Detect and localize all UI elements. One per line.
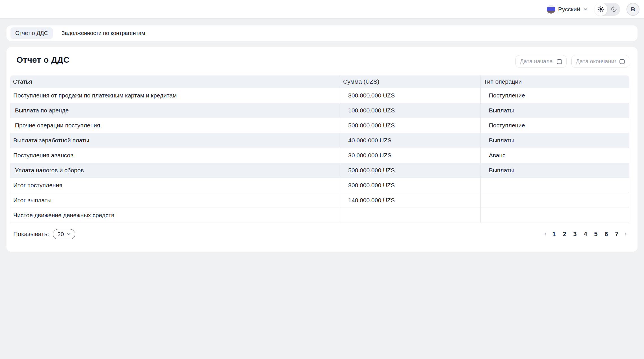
moon-icon — [611, 6, 617, 12]
table-row: Итог поступления800.000.000 UZS — [10, 178, 629, 193]
page-size-control: Показывать: 20 — [10, 229, 75, 239]
page-button-3[interactable]: 3 — [570, 229, 580, 239]
table-header: Статья Сумма (UZS) Тип операции — [10, 75, 629, 88]
sun-icon — [597, 6, 604, 13]
report-card: Отчет о ДДС — [6, 47, 638, 252]
theme-toggle — [594, 3, 620, 16]
table-row: Выплата заработной платы40.000.000 UZSВы… — [10, 133, 629, 148]
article-cell: Итог выплаты — [10, 193, 340, 208]
operation-type-cell: Выплаты — [481, 103, 629, 118]
amount-cell: 500.000.000 UZS — [340, 118, 481, 133]
avatar-initial: B — [631, 6, 635, 13]
next-page-button[interactable] — [622, 229, 629, 239]
date-filters — [515, 55, 629, 68]
end-date-field[interactable] — [576, 58, 616, 65]
operation-type-cell: Поступление — [481, 118, 629, 133]
tab-counterparty-debts[interactable]: Задолженности по контрагентам — [57, 27, 150, 39]
article-cell: Выплата по аренде — [10, 103, 340, 118]
operation-type-cell — [481, 178, 629, 193]
amount-cell: 140.000.000 UZS — [340, 193, 481, 208]
user-avatar[interactable]: B — [626, 3, 639, 16]
page-title: Отчет о ДДС — [16, 55, 70, 65]
operation-type-cell: Аванс — [481, 148, 629, 163]
column-header-operation-type: Тип операции — [481, 75, 629, 88]
table-row: Уплата налогов и сборов500.000.000 UZSВы… — [10, 163, 629, 178]
chevron-down-icon — [66, 232, 71, 236]
amount-cell: 500.000.000 UZS — [340, 163, 481, 178]
table-row: Поступления от продажи по платежным карт… — [10, 88, 629, 103]
operation-type-cell: Поступление — [481, 88, 629, 103]
column-header-amount: Сумма (UZS) — [340, 75, 481, 88]
page-size-select[interactable]: 20 — [53, 229, 75, 239]
language-flag-icon — [547, 5, 555, 14]
article-cell: Прочие операции поступления — [10, 118, 340, 133]
tab-cash-flow-report[interactable]: Отчет о ДДС — [10, 27, 53, 39]
amount-cell: 100.000.000 UZS — [340, 103, 481, 118]
pagination-pages: 1234567 — [549, 229, 622, 239]
amount-cell: 30.000.000 UZS — [340, 148, 481, 163]
amount-cell: 40.000.000 UZS — [340, 133, 481, 148]
table-row: Итог выплаты140.000.000 UZS — [10, 193, 629, 208]
pagination: 1234567 — [541, 229, 629, 239]
tab-bar: Отчет о ДДС Задолженности по контрагента… — [6, 25, 638, 41]
article-cell: Чистое движение денежных средств — [10, 208, 340, 223]
table-row: Чистое движение денежных средств — [10, 208, 629, 223]
page-button-4[interactable]: 4 — [580, 229, 591, 239]
page-size-label: Показывать: — [13, 230, 49, 238]
chevron-right-icon — [623, 232, 628, 236]
article-cell: Поступления от продажи по платежным карт… — [10, 88, 340, 103]
table-row: Выплата по аренде100.000.000 UZSВыплаты — [10, 103, 629, 118]
cash-flow-table: Статья Сумма (UZS) Тип операции Поступле… — [10, 75, 629, 223]
operation-type-cell: Выплаты — [481, 163, 629, 178]
chevron-left-icon — [543, 232, 548, 236]
operation-type-cell — [481, 193, 629, 208]
page-size-value: 20 — [57, 231, 64, 238]
top-bar: Русский B — [0, 0, 644, 19]
language-label: Русский — [558, 6, 580, 13]
table-footer: Показывать: 20 1234567 — [10, 229, 629, 239]
table-row: Поступления авансов30.000.000 UZSАванс — [10, 148, 629, 163]
operation-type-cell: Выплаты — [481, 133, 629, 148]
card-header: Отчет о ДДС — [10, 55, 629, 69]
page-button-6[interactable]: 6 — [601, 229, 612, 239]
article-cell: Уплата налогов и сборов — [10, 163, 340, 178]
article-cell: Выплата заработной платы — [10, 133, 340, 148]
page-button-5[interactable]: 5 — [591, 229, 601, 239]
amount-cell: 300.000.000 UZS — [340, 88, 481, 103]
start-date-field[interactable] — [520, 58, 553, 65]
article-cell: Итог поступления — [10, 178, 340, 193]
chevron-down-icon — [583, 7, 588, 12]
page-button-1[interactable]: 1 — [549, 229, 559, 239]
start-date-input[interactable] — [515, 55, 567, 68]
calendar-icon — [556, 58, 563, 65]
operation-type-cell — [481, 208, 629, 223]
table-body: Поступления от продажи по платежным карт… — [10, 88, 629, 223]
language-selector[interactable]: Русский — [547, 5, 588, 14]
table-row: Прочие операции поступления500.000.000 U… — [10, 118, 629, 133]
calendar-icon — [619, 58, 625, 65]
amount-cell: 800.000.000 UZS — [340, 178, 481, 193]
page-button-7[interactable]: 7 — [612, 229, 622, 239]
dark-theme-button[interactable] — [607, 3, 620, 16]
end-date-input[interactable] — [571, 55, 629, 68]
previous-page-button[interactable] — [541, 229, 549, 239]
column-header-article: Статья — [10, 75, 340, 88]
light-theme-button[interactable] — [594, 3, 607, 16]
amount-cell — [340, 208, 481, 223]
page-button-2[interactable]: 2 — [559, 229, 570, 239]
article-cell: Поступления авансов — [10, 148, 340, 163]
